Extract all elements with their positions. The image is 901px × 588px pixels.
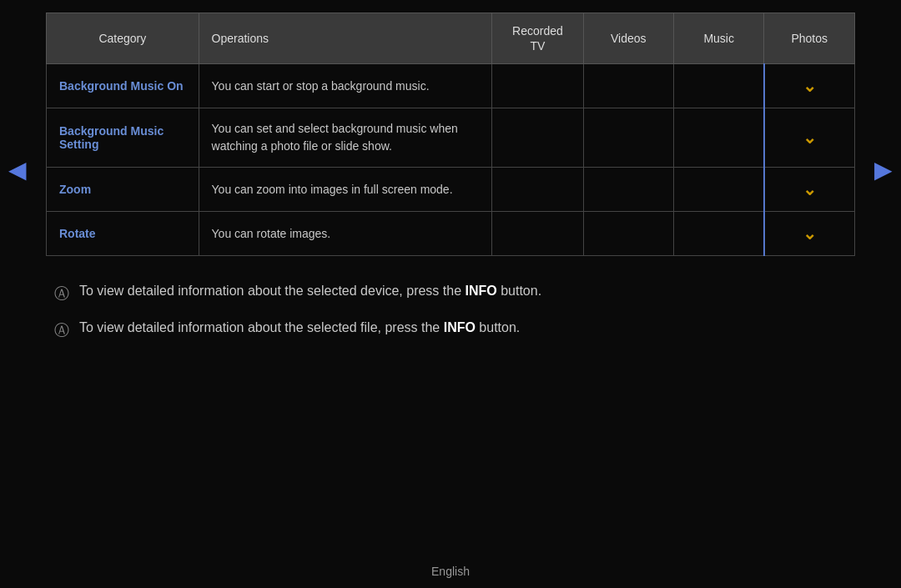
photos-cell: ⌄ (764, 108, 855, 168)
photos-cell: ⌄ (764, 212, 855, 256)
photos-header: Photos (764, 13, 855, 64)
chevron-down-icon: ⌄ (803, 179, 817, 199)
chevron-down-icon: ⌄ (803, 76, 817, 96)
note-item-1: Ⓐ To view detailed information about the… (54, 281, 847, 305)
table-row: Zoom You can zoom into images in full sc… (47, 168, 855, 212)
photos-cell: ⌄ (764, 168, 855, 212)
recorded-tv-cell (492, 212, 583, 256)
category-header: Category (47, 13, 199, 64)
note-item-2: Ⓐ To view detailed information about the… (54, 318, 847, 342)
note-text-2: To view detailed information about the s… (79, 318, 520, 338)
chevron-down-icon: ⌄ (803, 128, 817, 148)
table-row: Background Music On You can start or sto… (47, 64, 855, 108)
videos-header: Videos (583, 13, 674, 64)
music-cell (674, 212, 764, 256)
recorded-tv-cell (492, 108, 583, 168)
note-bold-1: INFO (466, 284, 497, 298)
chevron-down-icon: ⌄ (803, 224, 817, 244)
category-cell: Zoom (47, 168, 199, 212)
videos-cell (583, 212, 674, 256)
note-text-1: To view detailed information about the s… (79, 281, 541, 301)
nav-arrow-right[interactable]: ▶ (874, 156, 893, 183)
music-header: Music (674, 13, 764, 64)
music-cell (674, 168, 764, 212)
language-label: English (431, 565, 470, 578)
music-cell (674, 64, 764, 108)
category-cell: Background Music On (47, 64, 199, 108)
notes-section: Ⓐ To view detailed information about the… (46, 281, 855, 342)
operations-cell: You can set and select background music … (199, 108, 492, 168)
main-table: Category Operations RecordedTV Videos Mu… (46, 13, 855, 256)
nav-arrow-left[interactable]: ◀ (8, 156, 27, 183)
note-text-after-1: button. (497, 284, 541, 298)
videos-cell (583, 64, 674, 108)
recorded-tv-cell (492, 168, 583, 212)
recorded-tv-cell (492, 64, 583, 108)
note-text-before-1: To view detailed information about the s… (79, 284, 466, 298)
operations-cell: You can rotate images. (199, 212, 492, 256)
note-icon-2: Ⓐ (54, 319, 69, 342)
photos-cell: ⌄ (764, 64, 855, 108)
videos-cell (583, 168, 674, 212)
music-cell (674, 108, 764, 168)
footer: English (0, 565, 901, 578)
main-container: Category Operations RecordedTV Videos Mu… (0, 0, 901, 342)
note-icon-1: Ⓐ (54, 283, 69, 305)
operations-cell: You can zoom into images in full screen … (199, 168, 492, 212)
note-bold-2: INFO (444, 320, 476, 334)
note-text-after-2: button. (476, 320, 520, 334)
category-cell: Rotate (47, 212, 199, 256)
note-text-before-2: To view detailed information about the s… (79, 320, 444, 334)
operations-cell: You can start or stop a background music… (199, 64, 492, 108)
operations-header: Operations (199, 13, 492, 64)
videos-cell (583, 108, 674, 168)
table-row: Rotate You can rotate images. ⌄ (47, 212, 855, 256)
recorded-tv-header: RecordedTV (492, 13, 583, 64)
table-row: Background Music Setting You can set and… (47, 108, 855, 168)
category-cell: Background Music Setting (47, 108, 199, 168)
